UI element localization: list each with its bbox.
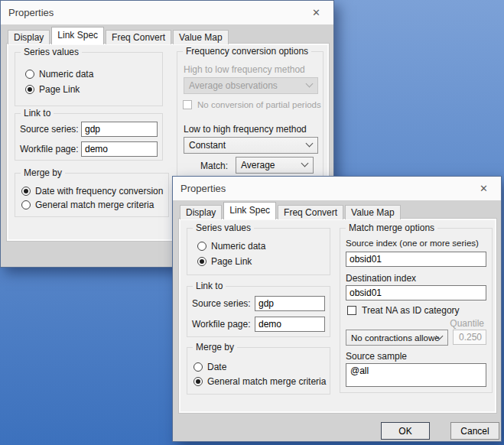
title-bar: Properties ✕ xyxy=(173,177,501,200)
radio-label: General match merge criteria xyxy=(207,376,326,387)
group-legend: Series values xyxy=(193,222,254,233)
group-merge-by: Merge by Date General match merge criter… xyxy=(187,347,330,395)
tab-value-map[interactable]: Value Map xyxy=(345,205,400,219)
select-value: Average xyxy=(241,160,275,171)
radio-general-match-merge-criteria[interactable]: General match merge criteria xyxy=(193,376,326,387)
radio-date[interactable]: Date xyxy=(193,362,226,372)
tab-value-map[interactable]: Value Map xyxy=(173,30,228,44)
high-to-low-method-label: High to low frequency method xyxy=(184,64,305,75)
group-legend: Series values xyxy=(21,47,82,57)
workfile-page-row: Workfile page: xyxy=(20,141,158,157)
select-value: No contractions allowe xyxy=(351,333,440,343)
select-value: Average observations xyxy=(189,80,278,91)
low-to-high-method-label: Low to high frequency method xyxy=(184,124,307,135)
close-button[interactable]: ✕ xyxy=(467,177,501,200)
window-title: Properties xyxy=(180,183,226,194)
checkbox-icon xyxy=(347,306,356,315)
match-select[interactable]: Average xyxy=(236,157,314,174)
source-series-label: Source series: xyxy=(192,298,255,309)
tab-panel-link-spec: Series values Numeric data Page Link Lin… xyxy=(179,219,496,413)
radio-date-with-frequency-conversion[interactable]: Date with frequency conversion xyxy=(21,186,163,197)
tab-display[interactable]: Display xyxy=(180,205,222,219)
ok-button[interactable]: OK xyxy=(381,422,430,440)
radio-icon xyxy=(197,257,206,266)
radio-label: Numeric data xyxy=(211,241,265,252)
workfile-page-label: Workfile page: xyxy=(20,144,81,154)
checkbox-icon xyxy=(183,100,192,109)
quantile-input: 0.250 xyxy=(453,330,486,345)
tab-freq-convert[interactable]: Freq Convert xyxy=(106,30,171,44)
source-series-row: Source series: xyxy=(192,296,325,311)
group-legend: Frequency conversion options xyxy=(183,46,311,57)
close-button[interactable]: ✕ xyxy=(299,1,333,24)
radio-numeric-data[interactable]: Numeric data xyxy=(197,241,265,252)
radio-label: General match merge criteria xyxy=(35,200,154,210)
destination-index-input[interactable] xyxy=(346,285,486,300)
group-series-values: Series values Numeric data Page Link xyxy=(15,52,163,106)
tab-link-spec[interactable]: Link Spec xyxy=(51,27,104,44)
radio-icon xyxy=(25,85,34,94)
quantile-value: 0.250 xyxy=(459,332,482,343)
radio-label: Page Link xyxy=(211,256,252,267)
radio-general-match-merge-criteria[interactable]: General match merge criteria xyxy=(21,200,154,210)
radio-icon xyxy=(25,70,34,79)
group-match-merge-options: Match merge options Source index (one or… xyxy=(340,228,493,393)
radio-label: Page Link xyxy=(39,84,80,95)
radio-icon xyxy=(21,187,31,196)
radio-icon xyxy=(21,200,31,210)
partial-periods-checkbox: No conversion of partial periods xyxy=(183,100,321,109)
source-sample-label: Source sample xyxy=(346,351,407,362)
radio-icon xyxy=(197,242,206,251)
close-icon: ✕ xyxy=(312,7,320,18)
destination-index-label: Destination index xyxy=(346,273,416,284)
group-legend: Merge by xyxy=(21,167,65,178)
group-link-to: Link to Source series: Workfile page: xyxy=(187,286,330,337)
source-index-input[interactable] xyxy=(346,252,486,267)
window-title: Properties xyxy=(8,7,54,18)
tab-strip: Display Link Spec Freq Convert Value Map xyxy=(180,202,402,219)
group-link-to: Link to Source series: Workfile page: xyxy=(15,113,163,161)
group-series-values: Series values Numeric data Page Link xyxy=(187,228,330,275)
radio-page-link[interactable]: Page Link xyxy=(25,84,80,95)
match-label: Match: xyxy=(200,161,228,171)
group-merge-by: Merge by Date with frequency conversion … xyxy=(15,173,169,217)
source-sample-textarea[interactable]: @all xyxy=(346,363,486,387)
contractions-select[interactable]: No contractions allowe xyxy=(346,330,448,346)
radio-label: Numeric data xyxy=(39,69,93,80)
title-bar: Properties ✕ xyxy=(1,1,333,24)
workfile-page-input[interactable] xyxy=(81,141,158,157)
chevron-down-icon xyxy=(301,160,309,167)
group-legend: Link to xyxy=(193,281,226,291)
radio-numeric-data[interactable]: Numeric data xyxy=(25,69,93,80)
close-icon: ✕ xyxy=(480,183,488,194)
select-value: Constant xyxy=(189,140,226,151)
tab-link-spec[interactable]: Link Spec xyxy=(223,202,276,219)
treat-na-checkbox[interactable]: Treat NA as ID category xyxy=(347,305,460,316)
tab-freq-convert[interactable]: Freq Convert xyxy=(278,205,343,219)
group-legend: Link to xyxy=(21,108,54,119)
workfile-page-input[interactable] xyxy=(255,317,325,332)
radio-label: Date with frequency conversion xyxy=(35,186,163,197)
radio-page-link[interactable]: Page Link xyxy=(197,256,252,267)
workfile-page-row: Workfile page: xyxy=(192,317,325,332)
properties-dialog-front: Properties ✕ Display Link Spec Freq Conv… xyxy=(172,176,502,442)
workfile-page-label: Workfile page: xyxy=(192,319,255,330)
source-index-label: Source index (one or more series) xyxy=(346,239,479,248)
source-series-row: Source series: xyxy=(20,122,158,137)
group-legend: Match merge options xyxy=(346,222,437,233)
source-series-label: Source series: xyxy=(20,124,81,135)
source-series-input[interactable] xyxy=(81,122,158,137)
radio-icon xyxy=(193,362,203,372)
chevron-down-icon xyxy=(306,140,314,148)
checkbox-label: No conversion of partial periods xyxy=(197,100,321,109)
tab-display[interactable]: Display xyxy=(8,30,50,44)
cancel-button[interactable]: Cancel xyxy=(450,422,499,440)
checkbox-label: Treat NA as ID category xyxy=(362,305,460,316)
high-to-low-method-select: Average observations xyxy=(184,77,318,94)
quantile-label: Quantile xyxy=(450,318,484,329)
low-to-high-method-select[interactable]: Constant xyxy=(184,137,318,154)
radio-label: Date xyxy=(207,362,226,372)
tab-strip: Display Link Spec Freq Convert Value Map xyxy=(8,27,230,44)
chevron-down-icon xyxy=(306,80,314,88)
source-series-input[interactable] xyxy=(255,296,325,311)
